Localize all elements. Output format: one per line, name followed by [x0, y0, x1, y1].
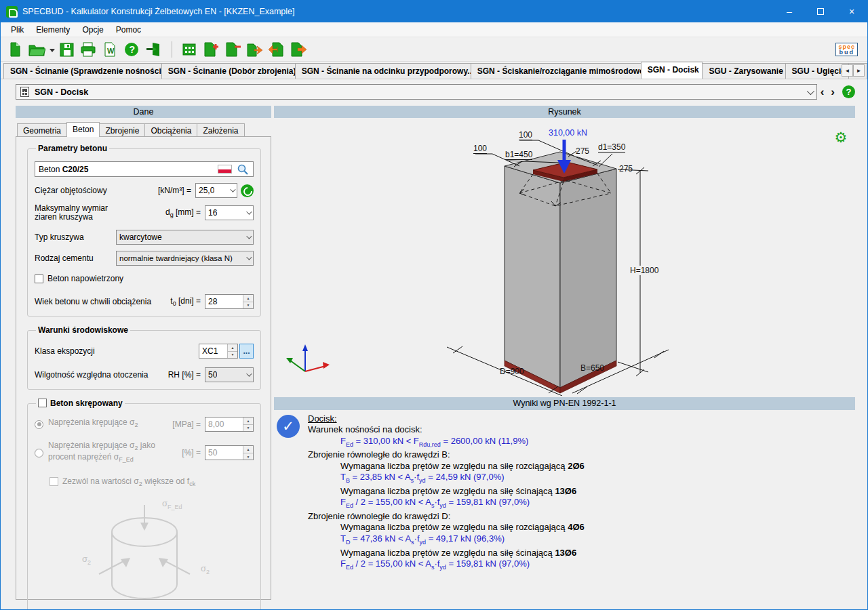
dim-100-left: 100 [473, 144, 487, 154]
exit-button[interactable] [143, 39, 163, 60]
form-tab-obciążenia[interactable]: Obciążenia [144, 123, 197, 137]
help-icon[interactable]: ? [842, 85, 855, 98]
previous-element-button[interactable] [266, 39, 286, 60]
module-tab-5[interactable]: SGU - Zarysowanie [702, 63, 785, 79]
add-element-button[interactable] [201, 39, 221, 60]
module-tab-2[interactable]: SGN - Ścinanie na odcinku przypodporowy.… [295, 63, 471, 79]
exposure-class-spinner[interactable]: XC1 ▲▼ [199, 344, 238, 359]
close-button[interactable]: × [836, 1, 867, 22]
spin-up-icon[interactable]: ▲ [243, 446, 253, 453]
save-document-button[interactable] [56, 39, 77, 60]
unit-weight-combo[interactable]: 25,0 [195, 183, 237, 198]
confining-percent-unit: [%] = [182, 448, 205, 458]
element-type-icon [20, 87, 29, 97]
concrete-class-field[interactable]: Beton C20/25 [35, 161, 254, 177]
group-beton-skrepowany: Beton skrępowany Naprężenia krępujące σ2… [27, 399, 261, 610]
module-tab-3[interactable]: SGN - Ściskanie/rozciąganie mimośrodowe [471, 63, 642, 79]
confined-title: Beton skrępowany [50, 399, 123, 408]
toolbar: W? spec bud [1, 37, 867, 62]
module-tab-4[interactable]: SGN - Docisk [641, 62, 703, 79]
module-tabstrip: SGN - Ścinanie (Sprawdzenie nośności)SGN… [1, 62, 867, 79]
result-line: FEd / 2 = 155,00 kN < As·fyd = 159,81 kN… [308, 558, 855, 573]
element-selector-value: SGN - Docisk [35, 87, 88, 97]
tabs-scroll-right-button[interactable]: ► [853, 64, 865, 77]
confining-percent-radio[interactable] [35, 449, 43, 458]
title-bar: SPECBUD - Kalkulator Konstrukcji Żelbeto… [1, 1, 867, 22]
group-parametry-betonu: Parametry betonu Beton C20/25 Ciężar obj… [27, 144, 261, 317]
exposure-more-button[interactable]: ... [239, 344, 254, 359]
auto-weight-icon[interactable] [241, 184, 254, 197]
form-tab-geometria[interactable]: Geometria [17, 123, 67, 137]
left-panel-header: Dane [16, 106, 271, 118]
module-tab-6[interactable]: SGU - Ugięcie [785, 63, 850, 79]
previous-element-arrow[interactable]: ‹ [817, 85, 828, 99]
form-tab-zbrojenie[interactable]: Zbrojenie [99, 123, 145, 137]
aggregate-size-label: Maksymalny wymiar ziaren kruszywa [35, 204, 108, 222]
dim-H: H=1800 [630, 266, 658, 275]
spin-down-icon[interactable]: ▼ [228, 352, 237, 359]
confined-concrete-checkbox[interactable] [38, 399, 47, 407]
concrete-age-value: 28 [205, 295, 243, 308]
minimize-button[interactable]: – [774, 1, 805, 22]
form-tab-beton[interactable]: Beton [66, 122, 100, 137]
spin-up-icon[interactable]: ▲ [243, 418, 253, 425]
exposure-class-value: XC1 [199, 344, 227, 358]
allow-sigma2-checkbox[interactable] [50, 477, 58, 486]
confining-stress-radio[interactable] [35, 420, 43, 429]
result-line: Warunek nośności na docisk: [308, 424, 855, 435]
results-block: ✓ Docisk:Warunek nośności na docisk:FEd … [274, 413, 855, 573]
unit-weight-value: 25,0 [199, 186, 214, 195]
maximize-icon [817, 8, 824, 15]
result-line: Wymagana liczba prętów ze względu na sił… [308, 461, 855, 472]
result-line: TB = 23,85 kN < As·fyd = 24,59 kN (97,0%… [308, 472, 855, 486]
group-warunki-srodowiskowe: Warunki środowiskowe Klasa ekspozycji XC… [27, 325, 261, 390]
spin-down-icon[interactable]: ▼ [243, 425, 253, 432]
new-document-button[interactable] [5, 39, 25, 60]
aggregate-size-combo[interactable]: 16 [205, 205, 254, 220]
humidity-combo[interactable]: 50 [205, 367, 254, 382]
confining-percent-spinner[interactable]: 50 ▲▼ [205, 445, 254, 460]
group-title: Warunki środowiskowe [36, 325, 130, 335]
form-tab-założenia[interactable]: Założenia [197, 123, 244, 137]
tabs-scroll-left-button[interactable]: ◄ [842, 64, 853, 77]
next-element-button[interactable] [288, 39, 308, 60]
dim-275-top: 275 [576, 146, 589, 156]
help-button[interactable]: ? [121, 39, 142, 60]
menu-item-elementy[interactable]: Elementy [30, 24, 76, 36]
result-line: Wymagana liczba prętów ze względu na sił… [308, 486, 855, 497]
confining-stress-spinner[interactable]: 8,00 ▲▼ [205, 417, 254, 432]
print-button[interactable] [78, 39, 98, 60]
copy-element-button[interactable] [244, 39, 264, 60]
element-list-button[interactable] [179, 39, 199, 60]
group-title: Beton skrępowany [36, 399, 125, 408]
element-selector[interactable]: SGN - Docisk [16, 84, 817, 100]
result-line: FEd / 2 = 155,00 kN < As·fyd = 159,81 kN… [308, 497, 855, 511]
spin-down-icon[interactable]: ▼ [243, 453, 253, 460]
open-document-button[interactable] [26, 39, 47, 60]
spin-up-icon[interactable]: ▲ [243, 295, 253, 302]
drawing-panel: 310,00 kN 100 100 b1=450 275 d1=350 275 … [274, 122, 855, 600]
specbud-logo: spec bud [835, 43, 858, 56]
cement-type-combo[interactable]: normalnie twardniejący (klasa N) [116, 251, 254, 266]
open-dropdown-caret[interactable] [48, 39, 56, 60]
next-element-arrow[interactable]: › [827, 85, 838, 99]
humidity-unit: RH [%] = [168, 370, 205, 380]
gear-icon[interactable]: ⚙ [833, 130, 848, 145]
search-concrete-button[interactable] [236, 163, 250, 176]
beton-tab-page: Parametry betonu Beton C20/25 Ciężar obj… [16, 136, 271, 600]
remove-element-button[interactable] [222, 39, 243, 60]
concrete-age-spinner[interactable]: 28 ▲▼ [205, 294, 254, 309]
module-tab-1[interactable]: SGN - Ścinanie (Dobór zbrojenia) [161, 63, 296, 79]
aggregate-type-combo[interactable]: kwarcytowe [116, 230, 254, 245]
result-line: Zbrojenie równoległe do krawędzi D: [308, 511, 855, 522]
module-tab-0[interactable]: SGN - Ścinanie (Sprawdzenie nośności) [3, 63, 162, 79]
menu-item-opcje[interactable]: Opcje [76, 24, 109, 36]
menu-item-plik[interactable]: Plik [5, 24, 30, 36]
spin-down-icon[interactable]: ▼ [243, 302, 253, 309]
export-word-button[interactable]: W [100, 39, 120, 60]
spin-up-icon[interactable]: ▲ [228, 344, 237, 352]
air-entrained-checkbox[interactable] [35, 274, 43, 283]
menu-item-pomoc[interactable]: Pomoc [110, 24, 147, 36]
column-drawing: 310,00 kN 100 100 b1=450 275 d1=350 275 … [274, 122, 855, 396]
maximize-button[interactable] [805, 1, 836, 22]
